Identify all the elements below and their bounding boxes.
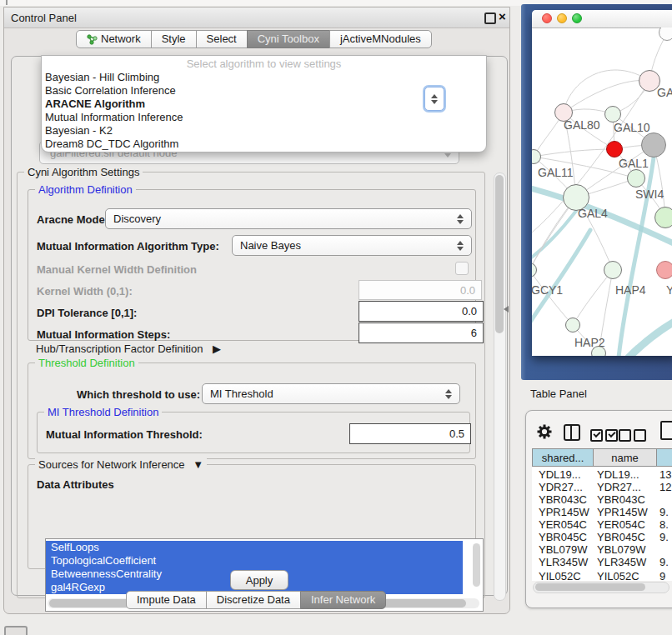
tab-network[interactable]: Network bbox=[76, 30, 152, 48]
top-strip-tick bbox=[6, 0, 8, 5]
list-vertical-scrollbar[interactable] bbox=[473, 543, 480, 587]
node-label: GAL80 bbox=[564, 118, 600, 132]
tab-style[interactable]: Style bbox=[151, 30, 197, 48]
algorithm-option[interactable]: Bayesian - K2 bbox=[42, 124, 486, 138]
node-label: GAL4 bbox=[578, 207, 608, 220]
manual-kernel-label: Manual Kernel Width Definition bbox=[37, 263, 197, 276]
expand-right-icon[interactable]: ▶ bbox=[213, 342, 221, 355]
settings-vscroll-thumb[interactable] bbox=[495, 175, 504, 333]
tab-select[interactable]: Select bbox=[196, 30, 248, 48]
sources-title[interactable]: Sources for Network Inference ▼ bbox=[35, 458, 207, 471]
manual-kernel-checkbox[interactable] bbox=[455, 262, 469, 275]
mi-threshold-field[interactable]: 0.5 bbox=[349, 423, 471, 444]
table-row[interactable]: YLR345W YLR345W 9. bbox=[532, 556, 672, 568]
table-horizontal-scrollbar[interactable] bbox=[533, 582, 669, 593]
list-item[interactable]: SelfLoops bbox=[46, 541, 463, 554]
which-threshold-label: Which threshold to use: bbox=[77, 388, 200, 401]
mi-threshold-label: Mutual Information Threshold: bbox=[46, 428, 203, 441]
close-traffic-light[interactable] bbox=[542, 13, 552, 23]
tab-jactivemnodules[interactable]: jActiveMNodules bbox=[329, 30, 432, 48]
collapse-down-icon[interactable]: ▼ bbox=[193, 458, 203, 471]
node-label: SWI4 bbox=[635, 188, 664, 201]
network-window-titlebar[interactable] bbox=[532, 10, 672, 28]
close-icon[interactable]: × bbox=[499, 9, 506, 23]
node-gal10[interactable] bbox=[604, 106, 621, 122]
control-panel-title: Control Panel bbox=[11, 12, 77, 24]
control-panel-tabbar: Network Style Select Cyni Toolbox jActiv… bbox=[76, 30, 432, 48]
node-label: GAL10 bbox=[614, 121, 650, 134]
column-header-shared[interactable]: shared... bbox=[532, 448, 594, 467]
minimize-traffic-light[interactable] bbox=[557, 13, 567, 23]
algorithm-option[interactable]: Dream8 DC_TDC Algorithm bbox=[42, 138, 486, 151]
algorithm-option[interactable]: Basic Correlation Inference bbox=[42, 84, 486, 98]
node-label: GCY1 bbox=[532, 283, 563, 297]
algorithm-option[interactable]: Bayesian - Hill Climbing bbox=[42, 71, 486, 84]
algorithm-dropdown-popup: Select algorithm to view settings Bayesi… bbox=[41, 55, 487, 152]
node-hap2[interactable] bbox=[565, 318, 580, 332]
algorithm-option-aracne[interactable]: ARACNE Algorithm bbox=[42, 98, 486, 111]
restore-panel-icon[interactable] bbox=[4, 626, 28, 635]
mi-steps-label: Mutual Information Steps: bbox=[37, 328, 170, 341]
mi-threshold-title: MI Threshold Definition bbox=[44, 406, 162, 418]
gear-icon[interactable] bbox=[536, 423, 553, 443]
deselect-all-checks-icon[interactable] bbox=[619, 429, 646, 442]
tab-impute-data[interactable]: Impute Data bbox=[126, 591, 207, 609]
combo-arrows-icon bbox=[445, 389, 452, 399]
table-panel-title: Table Panel bbox=[530, 388, 587, 400]
kernel-width-label: Kernel Width (0,1): bbox=[37, 285, 133, 298]
node-green-right[interactable] bbox=[654, 207, 672, 228]
zoom-traffic-light[interactable] bbox=[572, 13, 582, 23]
aracne-mode-combo[interactable]: Discovery bbox=[105, 208, 472, 229]
float-window-icon[interactable] bbox=[484, 12, 496, 24]
combo-arrows-icon bbox=[431, 94, 438, 104]
column-header-name[interactable]: name bbox=[593, 448, 657, 467]
node-hap4[interactable] bbox=[604, 261, 622, 279]
algorithm-definition-group: Algorithm Definition Aracne Mode: Discov… bbox=[28, 189, 476, 341]
settings-vertical-scrollbar[interactable] bbox=[494, 172, 506, 601]
table-row[interactable]: YER054C YER054C 8. bbox=[532, 518, 672, 531]
dpi-tolerance-field[interactable]: 0.0 bbox=[359, 301, 484, 322]
table-row[interactable]: YDL19... YDL19... 13 bbox=[532, 468, 672, 481]
node-green-mid[interactable] bbox=[627, 169, 645, 188]
mi-type-label: Mutual Information Algorithm Type: bbox=[37, 240, 219, 252]
kernel-width-field[interactable]: 0.0 bbox=[359, 280, 482, 300]
dpi-tolerance-label: DPI Tolerance [0,1]: bbox=[37, 307, 137, 319]
table-row[interactable]: YBL079W YBL079W bbox=[532, 543, 672, 556]
table-row[interactable]: YPR145W YPR145W 9. bbox=[532, 506, 672, 518]
node-gray[interactable] bbox=[641, 132, 666, 158]
hub-section-label[interactable]: Hub/Transcription Factor Definition ▶ bbox=[36, 342, 221, 355]
tab-infer-network[interactable]: Infer Network bbox=[300, 591, 386, 609]
mi-threshold-group: MI Threshold Definition Mutual Informati… bbox=[37, 412, 470, 453]
apply-button[interactable]: Apply bbox=[230, 570, 288, 590]
splitter-collapse-icon[interactable] bbox=[504, 306, 509, 312]
node-selected-red[interactable] bbox=[606, 141, 623, 158]
node-salmon[interactable] bbox=[656, 261, 672, 279]
network-window: GAL GAL80 GAL10 GAL1 GAL11 SWI4 GAL4 GCY… bbox=[532, 10, 672, 356]
table-row[interactable]: YBR045C YBR045C 9. bbox=[532, 531, 672, 543]
focused-combo-arrow[interactable] bbox=[424, 87, 444, 111]
control-panel-titlebar: Control Panel × bbox=[4, 8, 509, 28]
column-header-partial[interactable] bbox=[656, 448, 672, 467]
control-panel-window: Control Panel × Network bbox=[3, 7, 510, 614]
file-icon[interactable] bbox=[660, 421, 672, 440]
table-row[interactable]: YDR27... YDR27... 12 bbox=[532, 481, 672, 493]
tab-discretize-data[interactable]: Discretize Data bbox=[206, 591, 301, 609]
app-root: Control Panel × Network bbox=[0, 0, 672, 635]
network-canvas[interactable]: GAL GAL80 GAL10 GAL1 GAL11 SWI4 GAL4 GCY… bbox=[532, 28, 672, 356]
data-attributes-label: Data Attributes bbox=[37, 478, 114, 491]
algorithm-placeholder[interactable]: Select algorithm to view settings bbox=[42, 57, 486, 71]
table-hscroll-thumb[interactable] bbox=[535, 583, 645, 591]
columns-icon[interactable] bbox=[564, 424, 580, 441]
threshold-definition-group: Threshold Definition Which threshold to … bbox=[28, 362, 476, 459]
table-row[interactable]: YIL052C YIL052C 9 bbox=[532, 570, 672, 581]
node-label: Y bbox=[666, 283, 672, 297]
select-all-checks-icon[interactable] bbox=[590, 429, 618, 442]
which-threshold-combo[interactable]: MI Threshold bbox=[202, 383, 460, 404]
algorithm-definition-title: Algorithm Definition bbox=[35, 183, 136, 196]
table-row[interactable]: YBR043C YBR043C bbox=[532, 493, 672, 506]
mi-type-combo[interactable]: Naive Bayes bbox=[232, 235, 472, 256]
algorithm-option[interactable]: Mutual Information Inference bbox=[42, 111, 486, 124]
list-item[interactable]: TopologicalCoefficient bbox=[46, 554, 463, 568]
tab-cyni-toolbox[interactable]: Cyni Toolbox bbox=[247, 30, 330, 48]
mi-steps-field[interactable]: 6 bbox=[359, 322, 484, 343]
